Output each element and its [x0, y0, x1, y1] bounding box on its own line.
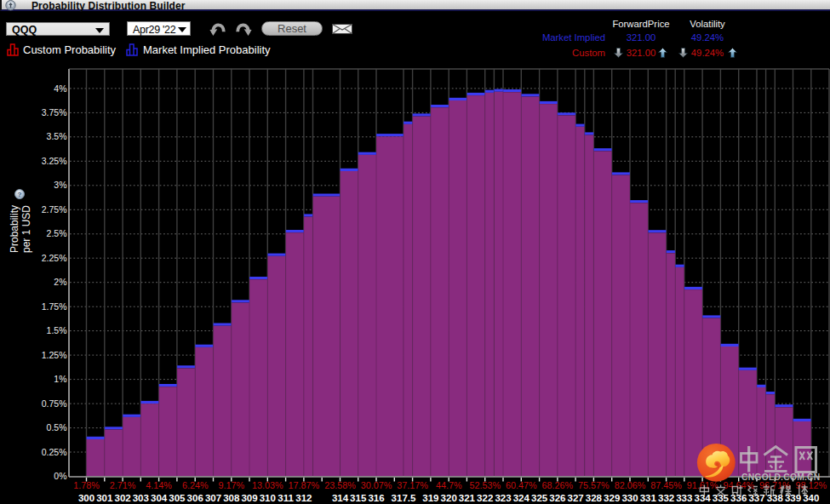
svg-text:312: 312 — [295, 493, 312, 503]
svg-text:0.25%: 0.25% — [42, 447, 67, 457]
svg-text:82.06%: 82.06% — [615, 480, 646, 490]
svg-text:2%: 2% — [54, 277, 66, 287]
svg-text:0.5%: 0.5% — [47, 422, 67, 432]
svg-text:1.25%: 1.25% — [42, 350, 67, 360]
svg-text:30.07%: 30.07% — [361, 480, 392, 490]
svg-text:?: ? — [18, 191, 22, 198]
svg-text:302: 302 — [115, 493, 131, 503]
svg-text:324: 324 — [513, 493, 530, 503]
svg-text:319: 319 — [422, 493, 438, 503]
svg-text:52.53%: 52.53% — [469, 480, 501, 490]
svg-text:4%: 4% — [54, 83, 66, 94]
svg-text:322: 322 — [477, 493, 493, 503]
svg-text:3.75%: 3.75% — [42, 107, 67, 117]
svg-text:303: 303 — [133, 493, 149, 503]
svg-text:300: 300 — [78, 493, 94, 503]
svg-text:311: 311 — [278, 493, 294, 503]
svg-text:4.14%: 4.14% — [146, 480, 172, 490]
svg-text:305: 305 — [169, 493, 186, 503]
svg-text:316: 316 — [368, 493, 384, 503]
svg-text:9.17%: 9.17% — [218, 480, 244, 490]
svg-text:1.78%: 1.78% — [73, 480, 100, 490]
svg-text:17.87%: 17.87% — [289, 480, 320, 490]
svg-text:310: 310 — [260, 493, 276, 503]
svg-text:1.75%: 1.75% — [42, 301, 67, 312]
svg-text:304: 304 — [151, 493, 168, 503]
svg-text:13.03%: 13.03% — [252, 480, 283, 490]
svg-text:323: 323 — [495, 493, 511, 503]
svg-text:331: 331 — [640, 493, 657, 503]
svg-text:308: 308 — [223, 493, 240, 503]
svg-text:328: 328 — [586, 493, 603, 503]
svg-text:330: 330 — [621, 493, 638, 503]
svg-text:60.47%: 60.47% — [506, 480, 537, 490]
svg-text:307: 307 — [205, 493, 221, 503]
svg-text:87.45%: 87.45% — [650, 480, 682, 490]
svg-text:327: 327 — [568, 493, 584, 503]
svg-text:3%: 3% — [54, 180, 66, 190]
svg-text:3.5%: 3.5% — [47, 131, 67, 141]
svg-text:0.75%: 0.75% — [42, 398, 67, 409]
svg-text:314: 314 — [332, 493, 349, 503]
svg-text:2.75%: 2.75% — [42, 204, 67, 215]
svg-text:75.57%: 75.57% — [578, 480, 610, 490]
svg-text:23.58%: 23.58% — [324, 480, 356, 490]
svg-text:309: 309 — [241, 493, 257, 503]
svg-text:325: 325 — [531, 493, 548, 503]
svg-text:6.24%: 6.24% — [182, 480, 209, 490]
svg-text:2.71%: 2.71% — [110, 480, 136, 490]
svg-text:2.25%: 2.25% — [42, 253, 67, 263]
svg-text:326: 326 — [549, 493, 565, 503]
svg-text:68.26%: 68.26% — [542, 480, 574, 490]
svg-text:37.17%: 37.17% — [397, 480, 428, 490]
svg-text:320: 320 — [441, 493, 457, 503]
svg-text:317.5: 317.5 — [392, 493, 416, 503]
svg-text:301: 301 — [96, 493, 113, 503]
svg-text:315: 315 — [350, 493, 367, 503]
svg-text:3.25%: 3.25% — [42, 156, 67, 166]
svg-text:0%: 0% — [54, 471, 66, 481]
svg-text:329: 329 — [604, 493, 620, 503]
svg-text:2.5%: 2.5% — [47, 228, 67, 238]
svg-text:321: 321 — [459, 493, 476, 503]
svg-text:1%: 1% — [54, 374, 66, 384]
svg-text:306: 306 — [187, 493, 203, 503]
svg-text:44.7%: 44.7% — [436, 480, 462, 490]
svg-text:333: 333 — [676, 493, 692, 503]
svg-text:1.5%: 1.5% — [47, 325, 67, 335]
svg-text:332: 332 — [658, 493, 674, 503]
